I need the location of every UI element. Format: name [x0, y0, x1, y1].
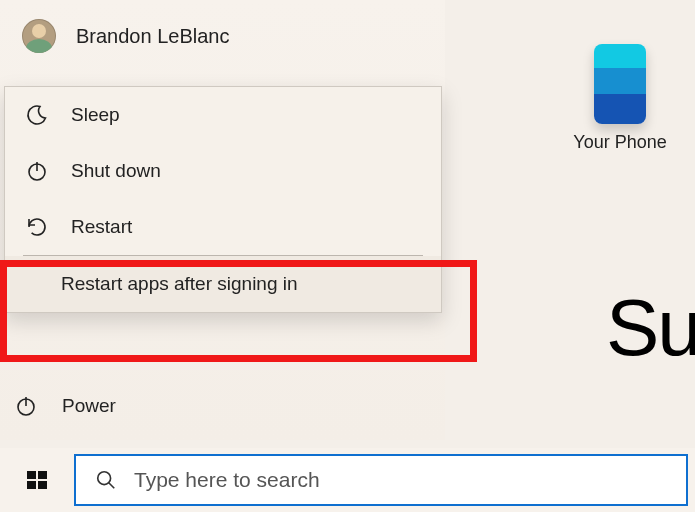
- restart-apps-item[interactable]: Restart apps after signing in: [5, 256, 441, 312]
- your-phone-tile[interactable]: Your Phone: [560, 44, 680, 153]
- restart-label: Restart: [71, 216, 132, 238]
- svg-rect-6: [27, 481, 36, 489]
- avatar: [22, 19, 56, 53]
- svg-rect-7: [38, 481, 47, 489]
- partial-surface-text: Su: [606, 282, 695, 374]
- power-icon: [25, 159, 49, 183]
- power-label: Power: [62, 395, 116, 417]
- windows-logo-icon: [25, 468, 49, 492]
- svg-line-9: [109, 483, 115, 489]
- user-name: Brandon LeBlanc: [76, 25, 229, 48]
- power-button[interactable]: Power: [14, 378, 116, 434]
- svg-rect-4: [27, 471, 36, 479]
- sleep-label: Sleep: [71, 104, 120, 126]
- svg-point-8: [98, 472, 111, 485]
- svg-rect-5: [38, 471, 47, 479]
- restart-icon: [25, 215, 49, 239]
- power-icon: [14, 394, 38, 418]
- your-phone-label: Your Phone: [560, 132, 680, 153]
- taskbar-search[interactable]: [74, 454, 688, 506]
- shutdown-item[interactable]: Shut down: [5, 143, 441, 199]
- user-account-row[interactable]: Brandon LeBlanc: [0, 0, 445, 72]
- search-input[interactable]: [134, 468, 634, 492]
- start-button[interactable]: [0, 448, 74, 512]
- sleep-item[interactable]: Sleep: [5, 87, 441, 143]
- shutdown-label: Shut down: [71, 160, 161, 182]
- power-context-menu: Sleep Shut down Restart Restart apps af: [4, 86, 442, 313]
- phone-icon: [594, 44, 646, 124]
- start-panel: Brandon LeBlanc Sleep Shut down: [0, 0, 445, 440]
- taskbar: [0, 448, 695, 512]
- restart-apps-label: Restart apps after signing in: [61, 273, 298, 295]
- search-icon: [94, 468, 118, 492]
- restart-item[interactable]: Restart: [5, 199, 441, 255]
- sleep-icon: [25, 103, 49, 127]
